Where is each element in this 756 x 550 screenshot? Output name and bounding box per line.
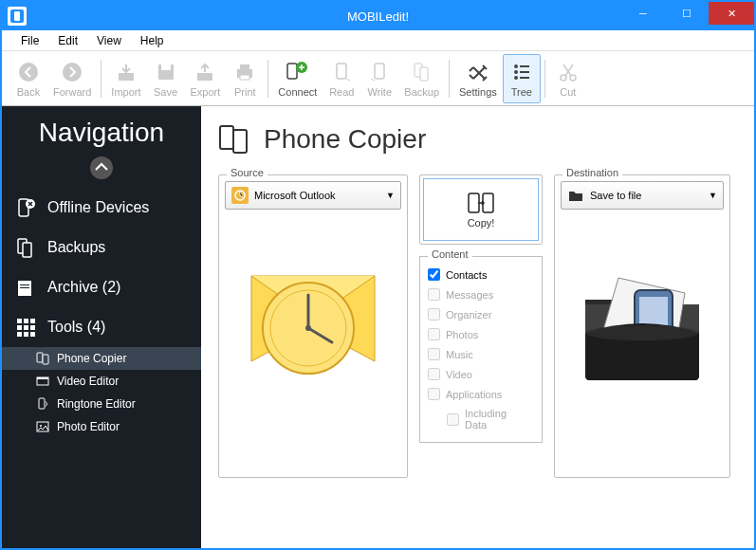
svg-rect-38 <box>30 325 35 330</box>
chk-photos: Photos <box>426 324 536 344</box>
navigation-title: Navigation <box>2 110 201 152</box>
source-label: Source <box>227 167 267 178</box>
svg-point-61 <box>585 325 699 340</box>
folder-icon <box>567 187 584 204</box>
app-icon <box>8 7 27 26</box>
sidebar-video-editor[interactable]: Video Editor <box>2 370 201 393</box>
svg-rect-43 <box>43 355 48 364</box>
archive-icon <box>15 277 36 298</box>
svg-rect-37 <box>24 325 28 330</box>
import-button[interactable]: Import <box>105 54 146 103</box>
menu-help[interactable]: Help <box>131 32 174 49</box>
svg-rect-7 <box>197 73 212 81</box>
copy-button[interactable]: Copy! <box>423 178 539 241</box>
sidebar: Navigation Offline Devices Backups Archi… <box>2 106 201 548</box>
svg-rect-16 <box>420 67 428 81</box>
cut-button[interactable]: Cut <box>549 54 587 103</box>
destination-dropdown[interactable]: Save to file ▼ <box>561 181 724 210</box>
toolbar: Back Forward Import Save Export Print Co… <box>2 51 754 106</box>
photo-icon <box>36 420 49 433</box>
settings-button[interactable]: Settings <box>453 54 503 103</box>
source-image <box>225 238 401 394</box>
forward-button[interactable]: Forward <box>47 54 97 103</box>
menu-view[interactable]: View <box>87 32 131 49</box>
svg-rect-9 <box>240 64 249 69</box>
destination-label: Destination <box>562 167 622 178</box>
close-button[interactable]: ✕ <box>709 2 754 25</box>
print-button[interactable]: Print <box>226 54 264 103</box>
save-button[interactable]: Save <box>147 54 185 103</box>
write-button[interactable]: Write <box>360 54 398 103</box>
phone-copier-icon <box>36 352 49 365</box>
svg-point-3 <box>63 63 82 82</box>
chk-contacts[interactable]: Contacts <box>426 265 536 284</box>
svg-rect-33 <box>17 319 22 323</box>
content-label: Content <box>428 248 472 260</box>
sidebar-offline-devices[interactable]: Offline Devices <box>2 188 201 228</box>
menu-edit[interactable]: Edit <box>48 32 87 49</box>
svg-rect-45 <box>37 377 48 379</box>
svg-rect-13 <box>337 64 346 79</box>
menu-file[interactable]: File <box>11 32 48 49</box>
phone-x-icon <box>15 197 36 218</box>
sidebar-photo-editor[interactable]: Photo Editor <box>2 415 201 438</box>
chk-including-data: Including Data <box>426 404 536 434</box>
chk-messages: Messages <box>426 284 536 304</box>
tree-button[interactable]: Tree <box>503 54 541 103</box>
copy-panel: Copy! <box>419 174 543 245</box>
svg-point-21 <box>514 76 518 80</box>
window-title: MOBILedit! <box>347 9 409 24</box>
video-icon <box>36 375 49 388</box>
read-button[interactable]: Read <box>323 54 360 103</box>
svg-point-25 <box>90 156 113 179</box>
content: Phone Copier Source Microsoft Outlook ▼ <box>201 106 754 548</box>
sidebar-backups[interactable]: Backups <box>2 228 201 267</box>
svg-point-2 <box>19 63 38 82</box>
minimize-button[interactable]: ─ <box>621 2 665 25</box>
sidebar-ringtone-editor[interactable]: Ringtone Editor <box>2 393 201 415</box>
nav-up-button[interactable] <box>2 152 201 188</box>
svg-rect-40 <box>24 332 28 337</box>
chk-music: Music <box>426 344 536 364</box>
grid-icon <box>15 317 36 338</box>
chevron-down-icon: ▼ <box>386 191 395 200</box>
svg-rect-11 <box>287 64 297 79</box>
svg-rect-18 <box>520 65 529 67</box>
destination-image <box>561 238 724 394</box>
back-button[interactable]: Back <box>9 54 47 103</box>
svg-rect-10 <box>240 75 249 80</box>
sidebar-phone-copier[interactable]: Phone Copier <box>2 347 201 370</box>
phone-copier-title-icon <box>218 123 250 156</box>
maximize-button[interactable]: ☐ <box>665 2 709 25</box>
svg-rect-22 <box>520 77 529 79</box>
backup-button[interactable]: Backup <box>398 54 445 103</box>
sidebar-archive[interactable]: Archive (2) <box>2 267 201 307</box>
source-dropdown[interactable]: Microsoft Outlook ▼ <box>225 181 401 210</box>
chk-applications: Applications <box>426 384 536 404</box>
svg-rect-29 <box>23 243 31 257</box>
export-button[interactable]: Export <box>185 54 227 103</box>
svg-rect-42 <box>37 353 43 362</box>
svg-point-17 <box>514 64 518 68</box>
connect-button[interactable]: Connect <box>272 54 323 103</box>
sidebar-tools[interactable]: Tools (4) <box>2 307 201 347</box>
svg-rect-1 <box>14 11 20 21</box>
svg-rect-20 <box>520 71 529 73</box>
svg-rect-6 <box>161 64 171 70</box>
outlook-icon <box>231 187 249 204</box>
svg-rect-36 <box>17 325 22 330</box>
svg-rect-41 <box>30 332 35 337</box>
svg-rect-46 <box>39 398 45 409</box>
svg-rect-14 <box>375 64 384 79</box>
svg-rect-56 <box>469 193 479 212</box>
svg-rect-32 <box>20 287 29 288</box>
svg-rect-39 <box>17 332 22 337</box>
ringtone-icon <box>36 397 49 411</box>
backup-icon <box>15 237 36 258</box>
svg-rect-35 <box>30 319 35 323</box>
svg-rect-31 <box>20 284 29 285</box>
svg-rect-4 <box>119 73 134 81</box>
destination-panel: Destination Save to file ▼ <box>554 174 730 478</box>
svg-rect-50 <box>233 130 247 153</box>
svg-point-55 <box>305 325 311 331</box>
